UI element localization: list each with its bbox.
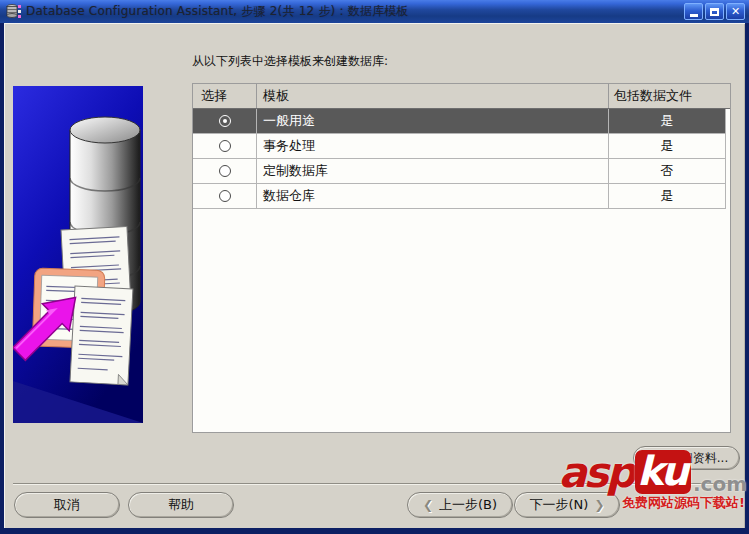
watermark-tagline: 免费网站源码下载站!: [552, 496, 747, 509]
includes-datafiles-cell: 是: [609, 109, 726, 134]
watermark-brand-asp: asp: [558, 452, 632, 494]
template-name-cell[interactable]: 事务处理: [257, 134, 609, 159]
table-header: 选择 模板 包括数据文件: [193, 84, 730, 109]
column-header-template[interactable]: 模板: [257, 84, 609, 108]
template-name-cell[interactable]: 数据仓库: [257, 184, 609, 209]
select-cell[interactable]: [193, 184, 257, 209]
watermark: asp ku .com 免费网站源码下载站!: [552, 450, 747, 509]
window-title: Database Configuration Assistant, 步骤 2(共…: [26, 3, 409, 20]
maximize-icon: [710, 8, 719, 16]
dbca-window: Database Configuration Assistant, 步骤 2(共…: [0, 0, 749, 534]
watermark-brand-ku-box: ku: [635, 450, 691, 494]
watermark-brand-tld: .com: [693, 474, 747, 494]
back-button-label: 上一步(B): [439, 496, 497, 514]
instruction-label: 从以下列表中选择模板来创建数据库:: [192, 53, 388, 70]
wizard-side-illustration: [13, 86, 143, 423]
title-bar: Database Configuration Assistant, 步骤 2(共…: [0, 0, 749, 23]
template-radio-button[interactable]: [219, 140, 231, 152]
includes-datafiles-cell: 否: [609, 159, 726, 184]
column-header-select[interactable]: 选择: [193, 84, 257, 108]
template-name-cell[interactable]: 一般用途: [257, 109, 609, 134]
template-name-cell[interactable]: 定制数据库: [257, 159, 609, 184]
includes-datafiles-cell: 是: [609, 134, 726, 159]
template-table[interactable]: 选择 模板 包括数据文件 一般用途是事务处理是定制数据库否数据仓库是: [192, 83, 731, 433]
close-icon: ✕: [731, 6, 740, 17]
table-row[interactable]: 定制数据库否: [193, 159, 726, 184]
column-header-datafiles[interactable]: 包括数据文件: [609, 84, 730, 108]
watermark-brand-ku: ku: [637, 448, 686, 494]
back-button[interactable]: ❮ 上一步(B): [407, 492, 513, 518]
table-row[interactable]: 一般用途是: [193, 109, 726, 134]
close-button[interactable]: ✕: [726, 3, 745, 20]
select-cell[interactable]: [193, 134, 257, 159]
cancel-button[interactable]: 取消: [14, 492, 120, 518]
table-row[interactable]: 数据仓库是: [193, 184, 726, 209]
database-app-icon: [5, 3, 22, 20]
includes-datafiles-cell: 是: [609, 184, 726, 209]
minimize-button[interactable]: [684, 3, 703, 20]
table-row[interactable]: 事务处理是: [193, 134, 726, 159]
template-radio-button[interactable]: [219, 165, 231, 177]
maximize-button[interactable]: [705, 3, 724, 20]
select-cell[interactable]: [193, 159, 257, 184]
template-radio-button[interactable]: [219, 115, 231, 127]
select-cell[interactable]: [193, 109, 257, 134]
minimize-icon: [690, 14, 698, 17]
template-radio-button[interactable]: [219, 190, 231, 202]
template-table-body: 一般用途是事务处理是定制数据库否数据仓库是: [193, 109, 726, 209]
help-button[interactable]: 帮助: [128, 492, 234, 518]
window-controls: ✕: [684, 3, 745, 20]
back-chevron-icon: ❮: [423, 498, 433, 512]
